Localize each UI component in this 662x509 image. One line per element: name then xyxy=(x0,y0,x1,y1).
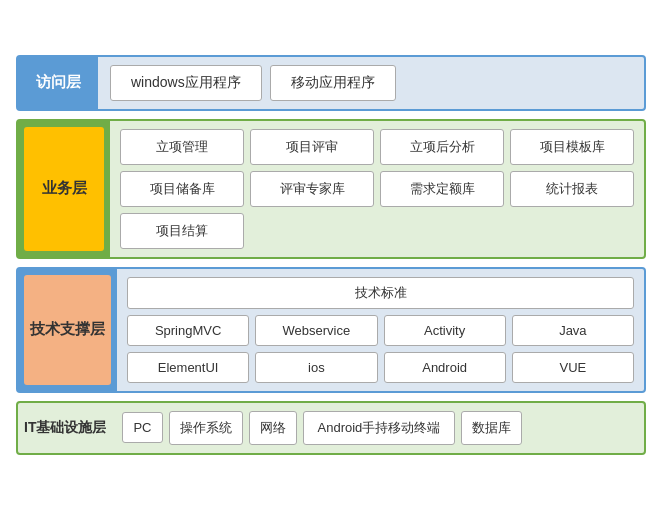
business-item-6: 需求定额库 xyxy=(380,171,504,207)
tech-item-activity: Activity xyxy=(384,315,506,346)
business-item-8: 项目结算 xyxy=(120,213,244,249)
tech-layer: 技术支撑层 技术标准 SpringMVC Webservice Activity… xyxy=(16,267,646,393)
infra-item-android-mobile: Android手持移动终端 xyxy=(303,411,456,445)
business-item-2: 立项后分析 xyxy=(380,129,504,165)
infra-layer: IT基础设施层 PC 操作系统 网络 Android手持移动终端 数据库 xyxy=(16,401,646,455)
business-item-7: 统计报表 xyxy=(510,171,634,207)
access-content: windows应用程序 移动应用程序 xyxy=(98,57,644,109)
access-item-windows: windows应用程序 xyxy=(110,65,262,101)
tech-item-android: Android xyxy=(384,352,506,383)
business-item-5: 评审专家库 xyxy=(250,171,374,207)
business-item-0: 立项管理 xyxy=(120,129,244,165)
infra-item-pc: PC xyxy=(122,412,162,443)
tech-row2: ElementUI ios Android VUE xyxy=(127,352,634,383)
infra-item-network: 网络 xyxy=(249,411,297,445)
architecture-diagram: 访问层 windows应用程序 移动应用程序 业务层 立项管理 项目评审 立项后… xyxy=(16,55,646,455)
access-item-mobile: 移动应用程序 xyxy=(270,65,396,101)
tech-content: 技术标准 SpringMVC Webservice Activity Java … xyxy=(117,269,644,391)
tech-item-vue: VUE xyxy=(512,352,634,383)
access-label: 访问层 xyxy=(18,57,98,109)
infra-item-database: 数据库 xyxy=(461,411,522,445)
business-label: 业务层 xyxy=(24,127,104,251)
tech-item-webservice: Webservice xyxy=(255,315,377,346)
access-layer: 访问层 windows应用程序 移动应用程序 xyxy=(16,55,646,111)
tech-item-elementui: ElementUI xyxy=(127,352,249,383)
tech-item-ios: ios xyxy=(255,352,377,383)
infra-content: PC 操作系统 网络 Android手持移动终端 数据库 xyxy=(112,403,644,453)
business-item-3: 项目模板库 xyxy=(510,129,634,165)
business-layer: 业务层 立项管理 项目评审 立项后分析 项目模板库 项目储备库 评审专家库 需求… xyxy=(16,119,646,259)
business-item-4: 项目储备库 xyxy=(120,171,244,207)
tech-label: 技术支撑层 xyxy=(24,275,111,385)
infra-item-os: 操作系统 xyxy=(169,411,243,445)
tech-item-java: Java xyxy=(512,315,634,346)
tech-row1: SpringMVC Webservice Activity Java xyxy=(127,315,634,346)
business-content: 立项管理 项目评审 立项后分析 项目模板库 项目储备库 评审专家库 需求定额库 … xyxy=(110,121,644,257)
tech-standard: 技术标准 xyxy=(127,277,634,309)
business-item-1: 项目评审 xyxy=(250,129,374,165)
infra-label: IT基础设施层 xyxy=(18,403,112,453)
tech-item-springmvc: SpringMVC xyxy=(127,315,249,346)
